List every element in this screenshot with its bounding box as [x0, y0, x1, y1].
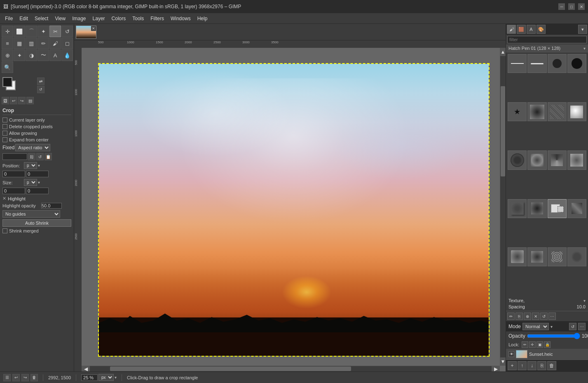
- fonts-tab[interactable]: A: [527, 25, 536, 34]
- size-unit-select[interactable]: px % mm: [24, 179, 37, 186]
- horizontal-scrollbar[interactable]: ◀ ▶: [82, 366, 500, 371]
- auto-shrink-button[interactable]: Auto Shrink: [2, 219, 71, 227]
- delete-status-button[interactable]: 🗑: [30, 374, 38, 381]
- raise-layer-button[interactable]: ↑: [518, 361, 527, 370]
- hscroll-right-button[interactable]: ▶: [492, 366, 500, 371]
- menu-view[interactable]: View: [52, 15, 69, 22]
- expand-center-checkbox[interactable]: [2, 137, 7, 142]
- brush-item-7[interactable]: [548, 102, 567, 121]
- menu-select[interactable]: Select: [31, 15, 52, 22]
- brush-item-12[interactable]: [567, 150, 586, 169]
- layer-eye-button[interactable]: 👁: [508, 351, 514, 357]
- copy-brush-button[interactable]: ⊕: [524, 313, 531, 320]
- size-y-input[interactable]: [26, 188, 49, 194]
- hscroll-thumb[interactable]: [110, 367, 351, 371]
- thumbnail-item[interactable]: ✕: [76, 26, 96, 39]
- lock-pixels-button[interactable]: ✏: [522, 341, 528, 348]
- zoom-unit-select[interactable]: px %: [98, 374, 114, 381]
- bucket-fill-button[interactable]: ▦: [14, 38, 25, 49]
- fuzzy-select-button[interactable]: ✦: [37, 26, 49, 37]
- guides-select[interactable]: No guides Rule of thirds Golden sections: [2, 210, 60, 218]
- duplicate-brush-button[interactable]: ⎘: [515, 313, 523, 320]
- clone-button[interactable]: ⊕: [2, 49, 13, 61]
- vertical-scrollbar[interactable]: ▲ ▼: [500, 48, 506, 366]
- duplicate-layer-button[interactable]: ⎘: [537, 361, 546, 370]
- align-button[interactable]: ≡: [2, 38, 13, 49]
- delete-brush-button[interactable]: ✕: [532, 313, 539, 320]
- rect-select-button[interactable]: ⬜: [14, 26, 25, 37]
- position-x-input[interactable]: [2, 171, 25, 177]
- menu-colors[interactable]: Colors: [108, 15, 129, 22]
- brushes-tab[interactable]: 🖌: [507, 25, 516, 34]
- fg-color-swatch[interactable]: [2, 77, 12, 87]
- smudge-button[interactable]: 〜: [37, 49, 49, 61]
- menu-help[interactable]: Help: [194, 15, 211, 22]
- brush-item-8[interactable]: [567, 102, 586, 121]
- patterns-tab[interactable]: 🟫: [517, 25, 526, 34]
- image-canvas[interactable]: [98, 63, 490, 357]
- allow-growing-checkbox[interactable]: [2, 131, 7, 136]
- highlight-opacity-input[interactable]: [41, 203, 62, 209]
- menu-image[interactable]: Image: [69, 15, 89, 22]
- position-unit-select[interactable]: px % mm: [24, 162, 37, 169]
- status-icon[interactable]: ☰: [3, 374, 11, 381]
- vscroll-down-button[interactable]: ▼: [500, 357, 506, 366]
- brush-item-17[interactable]: [508, 247, 527, 266]
- delete-cropped-checkbox[interactable]: [2, 124, 7, 129]
- reset-icon[interactable]: ↺: [36, 153, 44, 160]
- chain-icon[interactable]: ⛓: [28, 153, 35, 160]
- size-x-input[interactable]: [2, 188, 25, 194]
- brush-item-6[interactable]: [527, 102, 546, 121]
- delete-layer-button[interactable]: 🗑: [547, 361, 556, 370]
- crop-button[interactable]: ✂: [49, 26, 61, 37]
- aspect-ratio-select[interactable]: Aspect ratio Width Height Size: [15, 144, 50, 151]
- close-button[interactable]: ✕: [578, 3, 585, 10]
- move-tool-button[interactable]: ✛: [2, 26, 13, 37]
- free-select-button[interactable]: ⌒: [26, 26, 37, 37]
- save-icon[interactable]: 📋: [45, 153, 52, 160]
- more-brush-button[interactable]: ⋯: [548, 313, 556, 320]
- canvas-area[interactable]: [82, 48, 506, 371]
- zoom-input[interactable]: [81, 374, 98, 381]
- brush-item-5[interactable]: ★: [508, 102, 527, 121]
- undo-status-button[interactable]: ↩: [12, 374, 20, 381]
- highlight-x-icon[interactable]: ✕: [2, 196, 6, 201]
- menu-tools[interactable]: Tools: [129, 15, 147, 22]
- brush-item-19[interactable]: [548, 247, 567, 266]
- undo-icon[interactable]: ↩: [10, 97, 17, 104]
- brush-item-4[interactable]: [567, 54, 586, 73]
- menu-edit[interactable]: Edit: [16, 15, 31, 22]
- brush-item-11[interactable]: [548, 150, 567, 169]
- brush-item-18[interactable]: [527, 247, 546, 266]
- redo-status-button[interactable]: ↪: [21, 374, 29, 381]
- maximize-button[interactable]: □: [568, 3, 575, 10]
- brush-item-15-selected[interactable]: [548, 199, 567, 218]
- shrink-merged-checkbox[interactable]: [2, 228, 7, 233]
- hscroll-left-button[interactable]: ◀: [82, 366, 90, 371]
- palettes-tab[interactable]: 🎨: [536, 25, 546, 34]
- brush-item-10[interactable]: [527, 150, 546, 169]
- mode-more-button[interactable]: ⋯: [578, 323, 586, 330]
- menu-layer[interactable]: Layer: [89, 15, 108, 22]
- dodge-button[interactable]: ◑: [26, 49, 37, 61]
- lock-position-button[interactable]: ✛: [529, 341, 536, 348]
- edit-brush-button[interactable]: ✏: [507, 313, 515, 320]
- panel-menu[interactable]: ▾: [578, 25, 587, 34]
- brush-item-14[interactable]: [527, 199, 546, 218]
- brush-item-3[interactable]: [548, 54, 567, 73]
- lock-alpha-button[interactable]: ▣: [536, 341, 543, 348]
- pencil-button[interactable]: ✏: [37, 38, 49, 49]
- menu-windows[interactable]: Windows: [167, 15, 194, 22]
- opacity-slider[interactable]: [527, 333, 580, 339]
- brush-item-13[interactable]: [508, 199, 527, 218]
- minimize-button[interactable]: ─: [558, 3, 565, 10]
- titlebar-controls[interactable]: ─ □ ✕: [558, 3, 585, 10]
- zoom-button[interactable]: 🔍: [2, 61, 13, 73]
- new-image-icon[interactable]: 🖼: [2, 97, 9, 104]
- text-button[interactable]: A: [49, 49, 61, 61]
- dimensions-input[interactable]: 3968:2976: [2, 153, 27, 160]
- default-colors-button[interactable]: ↺: [37, 86, 45, 93]
- brush-item-16[interactable]: [567, 199, 586, 218]
- brush-item-1[interactable]: [508, 54, 527, 73]
- brush-item-9[interactable]: [508, 150, 527, 169]
